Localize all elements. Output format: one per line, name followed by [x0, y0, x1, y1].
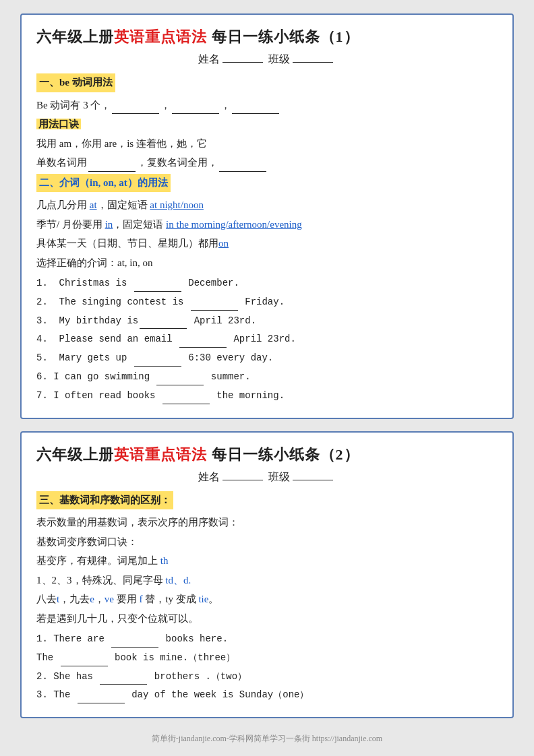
- card-1: 六年级上册英语重点语法 每日一练小纸条（1） 姓名 班级 一、be 动词用法 B…: [20, 13, 514, 419]
- section1-label: 一、be 动词用法: [36, 73, 115, 92]
- name-line-2: 姓名 班级: [36, 470, 498, 484]
- ex3-rest: April 23rd.: [188, 315, 256, 326]
- desc4-td: td、d.: [165, 575, 191, 586]
- desc5-mid4: 替，ty 变成: [143, 594, 199, 604]
- c2-ex1a-rest: books here.: [160, 633, 228, 644]
- title-black2: 每日一练小纸条（1）: [207, 28, 359, 45]
- ex2-num: 2. The singing contest is: [36, 296, 189, 307]
- ex6-rest: summer.: [205, 371, 250, 382]
- desc5-mid3: 要用: [114, 594, 140, 604]
- prep1-mid: ，固定短语: [97, 199, 150, 210]
- class-label-1: 班级: [268, 53, 290, 65]
- card1-exercises: 1. Christmas is December. 2. The singing…: [36, 276, 498, 404]
- ex5-rest: 6:30 every day.: [183, 352, 273, 363]
- ex7: 7. I often read books the morning.: [36, 388, 498, 404]
- c2-ex1b-blank: [61, 666, 108, 666]
- c2-ex3-blank: [78, 703, 125, 703]
- c2-ex2: 2. She has brothers .（two）: [36, 669, 498, 685]
- title-black1: 六年级上册: [36, 28, 114, 45]
- card-2: 六年级上册英语重点语法 每日一练小纸条（2） 姓名 班级 三、基数词和序数词的区…: [20, 431, 514, 719]
- c2-ex2-blank: [100, 684, 147, 685]
- ex6-num: 6. I can go swimming: [36, 371, 155, 382]
- ex7-num: 7. I often read books: [36, 390, 161, 401]
- prep3-pre: 具体某一天（日期、节日、星期几）都用: [36, 238, 218, 249]
- prep2-in: in: [105, 219, 113, 230]
- instruction-text: 选择正确的介词：at, in, on: [36, 257, 153, 268]
- desc5-tie: tie: [198, 594, 208, 604]
- ex1-rest: December.: [183, 278, 239, 288]
- desc2-text: 基数词变序数词口诀：: [36, 536, 138, 547]
- ex2-blank: [191, 310, 238, 311]
- be-intro-text: Be 动词有 3 个，: [36, 100, 111, 111]
- desc6-text: 若是遇到几十几，只变个位就可以。: [36, 613, 198, 624]
- usage-header-line: 用法口诀: [36, 116, 498, 133]
- prep1-link: at night/noon: [150, 199, 204, 210]
- ex4-rest: April 23rd.: [228, 334, 296, 344]
- instruction-line: 选择正确的介词：at, in, on: [36, 255, 498, 272]
- ex2: 2. The singing contest is Friday.: [36, 294, 498, 311]
- ex1-num: 1. Christmas is: [36, 278, 133, 288]
- ex1: 1. Christmas is December.: [36, 276, 498, 292]
- c2-ex1a-num: 1. There are: [36, 633, 110, 644]
- card-2-title: 六年级上册英语重点语法 每日一练小纸条（2）: [36, 445, 498, 465]
- footer-text: 简单街-jiandanjie.com-学科网简单学习一条街 https://ji…: [152, 734, 382, 743]
- desc4-line: 1、2、3，特殊况、同尾字母 td、d.: [36, 572, 498, 590]
- section3-header-line: 三、基数词和序数词的区别：: [36, 491, 498, 513]
- ex3-num: 3. My birthday is: [36, 315, 138, 326]
- c2-ex3-rest: day of the week is Sunday（one）: [126, 689, 309, 700]
- c2-ex1b: The book is mine.（three）: [36, 650, 498, 666]
- ex3: 3. My birthday is April 23rd.: [36, 313, 498, 329]
- section3-label: 三、基数词和序数词的区别：: [36, 491, 173, 510]
- name-label-2: 姓名: [198, 471, 220, 482]
- ex5-num: 5. Mary gets up: [36, 352, 133, 363]
- c2-ex2-num: 2. She has: [36, 671, 98, 682]
- ex6-blank: [156, 385, 204, 385]
- ex4-blank: [179, 347, 227, 348]
- c2-ex1a: 1. There are books here.: [36, 631, 498, 648]
- title2-black1: 六年级上册: [36, 446, 114, 463]
- ex1-blank: [134, 291, 181, 292]
- desc5-mid1: ，九去: [59, 594, 90, 604]
- prep2-line: 季节/ 月份要用 in，固定短语 in the morning/afternoo…: [36, 216, 498, 234]
- name-label-1: 姓名: [198, 53, 220, 65]
- prep1-pre: 几点几分用: [36, 199, 90, 210]
- desc5-e: e: [90, 594, 94, 604]
- prep2-pre: 季节/ 月份要用: [36, 219, 105, 230]
- desc3-line: 基变序，有规律。词尾加上 th: [36, 553, 498, 570]
- prep2-link: in the morning/afternoon/evening: [166, 219, 302, 230]
- desc3-pre: 基变序，有规律。词尾加上: [36, 555, 160, 566]
- ex3-blank: [140, 328, 187, 329]
- title2-black2: 每日一练小纸条（2）: [207, 446, 359, 463]
- desc1-line: 表示数量的用基数词，表示次序的用序数词：: [36, 514, 498, 532]
- desc5-pre: 八去: [36, 594, 57, 604]
- desc5-mid2: ，: [94, 594, 105, 604]
- c2-ex1a-blank: [111, 647, 158, 648]
- name-line-1: 姓名 班级: [36, 53, 498, 67]
- footer: 简单街-jiandanjie.com-学科网简单学习一条街 https://ji…: [20, 733, 514, 745]
- prep3-on: on: [218, 238, 229, 249]
- c2-ex3-num: 3. The: [36, 689, 76, 700]
- section2-header-line: 二、介词（in, on, at）的用法: [36, 174, 498, 195]
- usage2-line: 单数名词用，复数名词全用，: [36, 154, 498, 172]
- title2-red: 英语重点语法: [114, 446, 207, 463]
- desc2-line: 基数词变序数词口诀：: [36, 534, 498, 551]
- usage1-text: 我用 am，你用 are，is 连着他，她，它: [36, 138, 207, 149]
- prep3-line: 具体某一天（日期、节日、星期几）都用on: [36, 235, 498, 253]
- desc3-th: th: [160, 555, 169, 566]
- section1-header: 一、be 动词用法: [36, 73, 498, 95]
- card2-exercises: 1. There are books here. The book is min…: [36, 631, 498, 703]
- desc5-line: 八去t，九去e，ve 要用 f 替，ty 变成 tie。: [36, 591, 498, 608]
- desc4-pre: 1、2、3，特殊况、同尾字母: [36, 575, 165, 586]
- ex4: 4. Please send an email April 23rd.: [36, 332, 498, 348]
- usage2-pre: 单数名词用: [36, 157, 87, 168]
- ex5: 5. Mary gets up 6:30 every day.: [36, 350, 498, 367]
- usage1-line: 我用 am，你用 are，is 连着他，她，它: [36, 135, 498, 153]
- card-1-title: 六年级上册英语重点语法 每日一练小纸条（1）: [36, 27, 498, 47]
- desc5-ve: ve: [105, 594, 114, 604]
- ex2-rest: Friday.: [239, 296, 285, 307]
- ex7-rest: the morning.: [211, 390, 285, 401]
- desc6-line: 若是遇到几十几，只变个位就可以。: [36, 610, 498, 628]
- ex7-blank: [162, 404, 210, 404]
- c2-ex3: 3. The day of the week is Sunday（one）: [36, 687, 498, 703]
- c2-ex1b-pre: The: [36, 652, 59, 663]
